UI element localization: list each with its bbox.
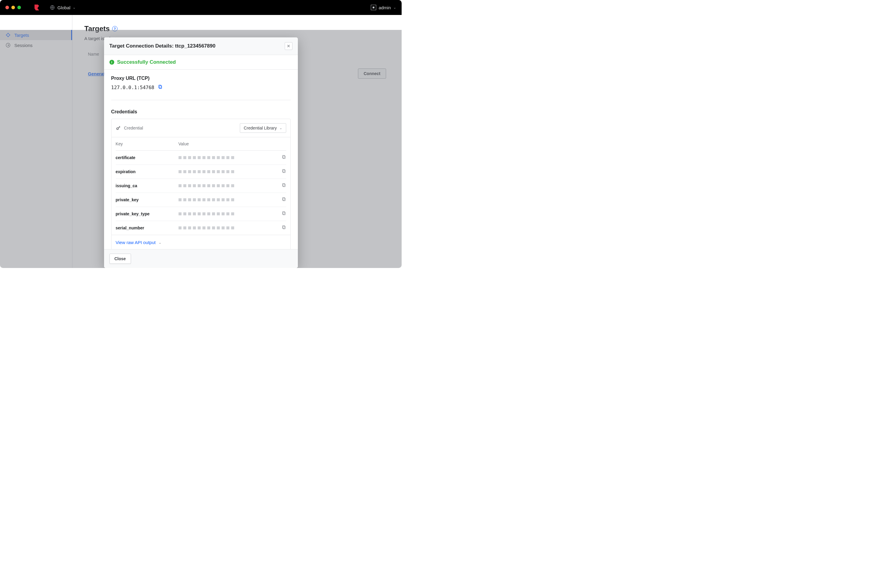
close-button[interactable]: Close: [109, 254, 131, 264]
view-raw-api-label: View raw API output: [116, 240, 156, 245]
chevron-down-icon: ⌄: [279, 126, 282, 130]
chevron-down-icon: ⌄: [73, 5, 76, 10]
avatar-icon: [371, 5, 376, 10]
proxy-url-row: 127.0.0.1:54768: [111, 84, 291, 91]
copy-credential-button[interactable]: [282, 211, 286, 216]
clipboard-icon: [158, 85, 163, 89]
view-raw-api-button[interactable]: View raw API output ⌄: [116, 240, 162, 245]
credential-masked-value: [178, 198, 277, 201]
chevron-down-icon: ⌄: [159, 240, 162, 244]
credentials-box-header: Credential Credential Library ⌄: [112, 119, 291, 137]
clipboard-icon: [282, 183, 286, 188]
credential-key: certificate: [116, 155, 178, 160]
credential-library-button[interactable]: Credential Library ⌄: [240, 123, 286, 133]
credential-key: expiration: [116, 169, 178, 174]
credential-masked-value: [178, 156, 277, 159]
key-icon: [116, 125, 121, 131]
clipboard-icon: [282, 197, 286, 202]
proxy-url-value: 127.0.0.1:54768: [111, 85, 154, 90]
credentials-table: Key Value certificateexpirationissuing_c…: [112, 137, 291, 235]
copy-credential-button[interactable]: [282, 169, 286, 174]
credential-row: private_key: [116, 193, 286, 207]
window-maximize-dot[interactable]: [17, 6, 21, 9]
divider: [111, 100, 291, 100]
copy-credential-button[interactable]: [282, 155, 286, 160]
user-menu[interactable]: admin ⌄: [371, 5, 396, 10]
credential-key: private_key_type: [116, 212, 178, 216]
window-titlebar: Global ⌄ admin ⌄: [0, 0, 402, 15]
modal-close-button[interactable]: ✕: [285, 42, 292, 50]
clipboard-icon: [282, 155, 286, 159]
close-icon: ✕: [287, 44, 291, 48]
chevron-down-icon: ⌄: [393, 5, 396, 10]
clipboard-icon: [282, 169, 286, 174]
credential-row: serial_number: [116, 221, 286, 235]
scope-selector[interactable]: Global ⌄: [49, 5, 76, 10]
success-icon: i: [109, 60, 114, 64]
copy-credential-button[interactable]: [282, 225, 286, 231]
credential-key: private_key: [116, 197, 178, 202]
modal-title-prefix: Target Connection Details:: [109, 43, 175, 49]
svg-point-5: [117, 128, 118, 129]
globe-icon: [49, 5, 55, 10]
modal-header: Target Connection Details: ttcp_12345678…: [104, 38, 298, 55]
credential-masked-value: [178, 212, 277, 215]
credential-masked-value: [178, 184, 277, 187]
credential-row: expiration: [116, 165, 286, 179]
copy-credential-button[interactable]: [282, 197, 286, 202]
credentials-table-header: Key Value: [116, 137, 286, 151]
credential-label-text: Credential: [124, 126, 143, 130]
credential-key: issuing_ca: [116, 183, 178, 188]
credential-masked-value: [178, 226, 277, 230]
connection-details-modal: Target Connection Details: ttcp_12345678…: [104, 38, 298, 268]
status-banner: i Successfully Connected: [104, 55, 298, 70]
clipboard-icon: [282, 211, 286, 216]
modal-title: Target Connection Details: ttcp_12345678…: [109, 43, 216, 49]
window-minimize-dot[interactable]: [11, 6, 15, 9]
credential-row: certificate: [116, 151, 286, 165]
credential-row: issuing_ca: [116, 179, 286, 193]
credentials-footer: View raw API output ⌄: [112, 235, 291, 249]
proxy-url-title: Proxy URL (TCP): [111, 76, 291, 81]
scope-label: Global: [57, 5, 70, 10]
modal-body: Proxy URL (TCP) 127.0.0.1:54768 Credenti…: [104, 70, 298, 249]
window-close-dot[interactable]: [5, 6, 9, 9]
app-logo-icon: [33, 4, 40, 11]
credential-key: serial_number: [116, 225, 178, 230]
modal-title-target-id: ttcp_1234567890: [175, 43, 215, 49]
modal-footer: Close: [104, 249, 298, 268]
column-header-key: Key: [116, 141, 178, 146]
credential-label: Credential: [116, 125, 143, 131]
status-text: Successfully Connected: [117, 59, 176, 65]
credential-library-label: Credential Library: [244, 126, 277, 130]
modal-overlay: Target Connection Details: ttcp_12345678…: [0, 30, 402, 268]
credential-masked-value: [178, 170, 277, 173]
credentials-title: Credentials: [111, 109, 291, 114]
credential-row: private_key_type: [116, 207, 286, 221]
copy-proxy-url-button[interactable]: [157, 84, 163, 91]
column-header-value: Value: [178, 141, 277, 146]
clipboard-icon: [282, 225, 286, 230]
traffic-lights: [5, 6, 21, 9]
user-label: admin: [379, 5, 391, 10]
credentials-box: Credential Credential Library ⌄ Key Valu…: [111, 119, 291, 249]
copy-credential-button[interactable]: [282, 183, 286, 188]
